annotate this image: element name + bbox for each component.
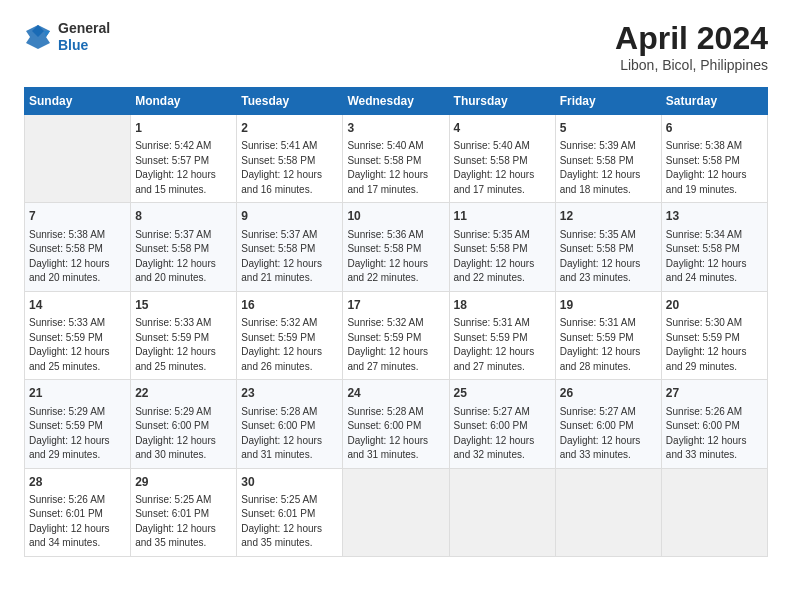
cell-line: Daylight: 12 hours	[454, 345, 551, 360]
day-number: 9	[241, 208, 338, 225]
cell-line: Daylight: 12 hours	[347, 434, 444, 449]
day-number: 30	[241, 474, 338, 491]
calendar-cell: 24Sunrise: 5:28 AMSunset: 6:00 PMDayligh…	[343, 380, 449, 468]
cell-line: Daylight: 12 hours	[666, 434, 763, 449]
calendar-cell	[661, 468, 767, 556]
cell-line: Daylight: 12 hours	[29, 345, 126, 360]
cell-line: Sunrise: 5:26 AM	[29, 493, 126, 508]
cell-line: Sunset: 5:59 PM	[135, 331, 232, 346]
calendar-cell: 22Sunrise: 5:29 AMSunset: 6:00 PMDayligh…	[131, 380, 237, 468]
cell-line: Daylight: 12 hours	[241, 168, 338, 183]
col-saturday: Saturday	[661, 88, 767, 115]
calendar-cell: 10Sunrise: 5:36 AMSunset: 5:58 PMDayligh…	[343, 203, 449, 291]
cell-line: Sunset: 5:58 PM	[560, 242, 657, 257]
cell-line: Daylight: 12 hours	[241, 522, 338, 537]
calendar-cell: 25Sunrise: 5:27 AMSunset: 6:00 PMDayligh…	[449, 380, 555, 468]
cell-line: and 27 minutes.	[347, 360, 444, 375]
cell-line: Sunset: 5:58 PM	[347, 154, 444, 169]
logo-blue: Blue	[58, 37, 110, 54]
calendar-table: Sunday Monday Tuesday Wednesday Thursday…	[24, 87, 768, 557]
cell-line: Sunrise: 5:27 AM	[560, 405, 657, 420]
cell-line: Sunrise: 5:33 AM	[135, 316, 232, 331]
cell-line: and 30 minutes.	[135, 448, 232, 463]
cell-line: Sunset: 5:57 PM	[135, 154, 232, 169]
day-number: 21	[29, 385, 126, 402]
cell-line: and 25 minutes.	[29, 360, 126, 375]
cell-line: and 22 minutes.	[454, 271, 551, 286]
cell-line: and 15 minutes.	[135, 183, 232, 198]
cell-line: Daylight: 12 hours	[347, 168, 444, 183]
cell-line: Sunset: 5:59 PM	[454, 331, 551, 346]
cell-line: Sunset: 5:59 PM	[241, 331, 338, 346]
cell-line: and 19 minutes.	[666, 183, 763, 198]
day-number: 15	[135, 297, 232, 314]
cell-line: Sunset: 5:58 PM	[454, 242, 551, 257]
cell-line: Sunset: 5:58 PM	[454, 154, 551, 169]
cell-line: Sunset: 5:58 PM	[241, 242, 338, 257]
calendar-cell: 20Sunrise: 5:30 AMSunset: 5:59 PMDayligh…	[661, 291, 767, 379]
cell-line: and 29 minutes.	[29, 448, 126, 463]
cell-line: Sunrise: 5:38 AM	[29, 228, 126, 243]
cell-line: Sunset: 5:58 PM	[666, 154, 763, 169]
calendar-cell: 11Sunrise: 5:35 AMSunset: 5:58 PMDayligh…	[449, 203, 555, 291]
day-number: 2	[241, 120, 338, 137]
day-number: 13	[666, 208, 763, 225]
calendar-cell	[343, 468, 449, 556]
day-number: 26	[560, 385, 657, 402]
cell-line: and 31 minutes.	[241, 448, 338, 463]
cell-line: Daylight: 12 hours	[454, 168, 551, 183]
cell-line: Daylight: 12 hours	[560, 257, 657, 272]
cell-line: Sunrise: 5:39 AM	[560, 139, 657, 154]
cell-line: Sunset: 6:00 PM	[135, 419, 232, 434]
calendar-cell: 18Sunrise: 5:31 AMSunset: 5:59 PMDayligh…	[449, 291, 555, 379]
logo-general: General	[58, 20, 110, 37]
cell-line: Sunset: 5:58 PM	[560, 154, 657, 169]
day-number: 28	[29, 474, 126, 491]
header: General Blue April 2024 Libon, Bicol, Ph…	[24, 20, 768, 73]
calendar-cell: 28Sunrise: 5:26 AMSunset: 6:01 PMDayligh…	[25, 468, 131, 556]
cell-line: Daylight: 12 hours	[29, 257, 126, 272]
location: Libon, Bicol, Philippines	[615, 57, 768, 73]
cell-line: Sunset: 6:00 PM	[241, 419, 338, 434]
cell-line: and 16 minutes.	[241, 183, 338, 198]
cell-line: and 35 minutes.	[135, 536, 232, 551]
col-thursday: Thursday	[449, 88, 555, 115]
cell-line: Sunrise: 5:25 AM	[135, 493, 232, 508]
day-number: 8	[135, 208, 232, 225]
day-number: 18	[454, 297, 551, 314]
cell-line: and 31 minutes.	[347, 448, 444, 463]
cell-line: Sunset: 6:00 PM	[666, 419, 763, 434]
cell-line: Sunset: 6:01 PM	[29, 507, 126, 522]
calendar-week-row: 1Sunrise: 5:42 AMSunset: 5:57 PMDaylight…	[25, 115, 768, 203]
cell-line: and 28 minutes.	[560, 360, 657, 375]
logo-bird-icon	[24, 23, 52, 51]
col-tuesday: Tuesday	[237, 88, 343, 115]
cell-line: Sunrise: 5:32 AM	[241, 316, 338, 331]
day-number: 20	[666, 297, 763, 314]
cell-line: Daylight: 12 hours	[241, 345, 338, 360]
day-number: 6	[666, 120, 763, 137]
cell-line: Daylight: 12 hours	[135, 345, 232, 360]
cell-line: and 24 minutes.	[666, 271, 763, 286]
calendar-week-row: 28Sunrise: 5:26 AMSunset: 6:01 PMDayligh…	[25, 468, 768, 556]
calendar-cell: 9Sunrise: 5:37 AMSunset: 5:58 PMDaylight…	[237, 203, 343, 291]
calendar-cell: 14Sunrise: 5:33 AMSunset: 5:59 PMDayligh…	[25, 291, 131, 379]
cell-line: Sunrise: 5:28 AM	[347, 405, 444, 420]
cell-line: and 20 minutes.	[135, 271, 232, 286]
day-number: 27	[666, 385, 763, 402]
cell-line: Daylight: 12 hours	[454, 434, 551, 449]
cell-line: Sunrise: 5:37 AM	[135, 228, 232, 243]
cell-line: Daylight: 12 hours	[135, 434, 232, 449]
cell-line: Daylight: 12 hours	[241, 434, 338, 449]
cell-line: Daylight: 12 hours	[135, 168, 232, 183]
calendar-week-row: 14Sunrise: 5:33 AMSunset: 5:59 PMDayligh…	[25, 291, 768, 379]
cell-line: Daylight: 12 hours	[560, 168, 657, 183]
cell-line: Sunrise: 5:28 AM	[241, 405, 338, 420]
calendar-cell: 6Sunrise: 5:38 AMSunset: 5:58 PMDaylight…	[661, 115, 767, 203]
cell-line: Sunrise: 5:34 AM	[666, 228, 763, 243]
cell-line: Sunrise: 5:41 AM	[241, 139, 338, 154]
cell-line: Sunrise: 5:32 AM	[347, 316, 444, 331]
day-number: 16	[241, 297, 338, 314]
calendar-cell: 30Sunrise: 5:25 AMSunset: 6:01 PMDayligh…	[237, 468, 343, 556]
calendar-cell: 26Sunrise: 5:27 AMSunset: 6:00 PMDayligh…	[555, 380, 661, 468]
